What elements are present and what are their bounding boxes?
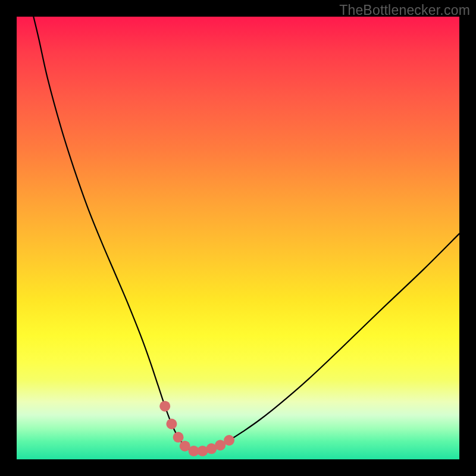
- highlight-dot: [159, 401, 170, 412]
- highlight-dot: [166, 419, 177, 430]
- chart-svg: [17, 17, 459, 459]
- watermark-text: TheBottlenecker.com: [339, 2, 470, 18]
- plot-area: [17, 17, 459, 459]
- highlight-dots: [159, 401, 234, 456]
- highlight-dot: [173, 432, 184, 443]
- highlight-dot: [224, 435, 234, 446]
- bottleneck-curve: [33, 17, 459, 452]
- chart-frame: TheBottlenecker.com: [0, 0, 476, 476]
